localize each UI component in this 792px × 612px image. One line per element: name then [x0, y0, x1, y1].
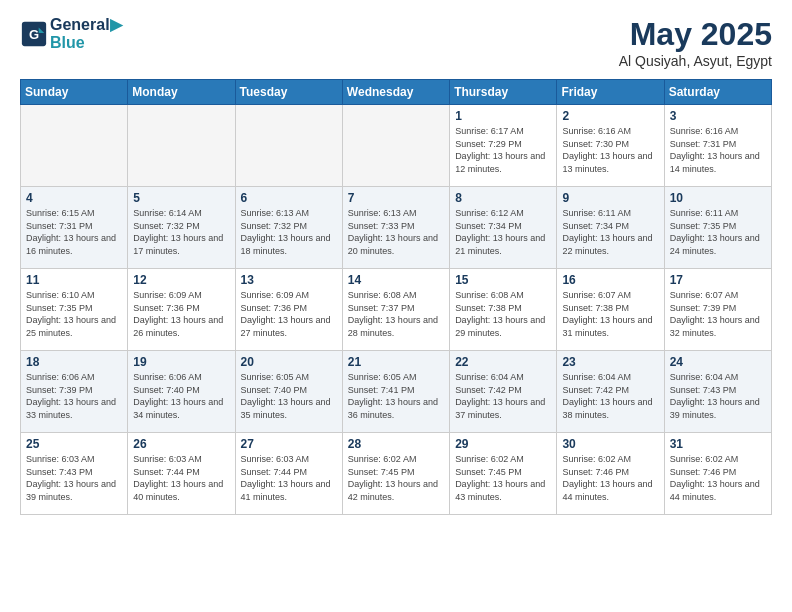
- day-info: Sunrise: 6:17 AMSunset: 7:29 PMDaylight:…: [455, 125, 551, 175]
- day-number: 29: [455, 437, 551, 451]
- day-info: Sunrise: 6:09 AMSunset: 7:36 PMDaylight:…: [133, 289, 229, 339]
- day-number: 22: [455, 355, 551, 369]
- day-number: 24: [670, 355, 766, 369]
- day-number: 1: [455, 109, 551, 123]
- day-info: Sunrise: 6:13 AMSunset: 7:33 PMDaylight:…: [348, 207, 444, 257]
- day-number: 8: [455, 191, 551, 205]
- day-info: Sunrise: 6:08 AMSunset: 7:37 PMDaylight:…: [348, 289, 444, 339]
- day-info: Sunrise: 6:02 AMSunset: 7:46 PMDaylight:…: [670, 453, 766, 503]
- day-number: 5: [133, 191, 229, 205]
- weekday-header: Friday: [557, 80, 664, 105]
- calendar-cell: 6Sunrise: 6:13 AMSunset: 7:32 PMDaylight…: [235, 187, 342, 269]
- day-number: 9: [562, 191, 658, 205]
- day-number: 6: [241, 191, 337, 205]
- calendar-cell: 7Sunrise: 6:13 AMSunset: 7:33 PMDaylight…: [342, 187, 449, 269]
- weekday-header: Thursday: [450, 80, 557, 105]
- calendar-cell: 30Sunrise: 6:02 AMSunset: 7:46 PMDayligh…: [557, 433, 664, 515]
- calendar-week-row: 25Sunrise: 6:03 AMSunset: 7:43 PMDayligh…: [21, 433, 772, 515]
- day-number: 20: [241, 355, 337, 369]
- calendar-cell: 8Sunrise: 6:12 AMSunset: 7:34 PMDaylight…: [450, 187, 557, 269]
- day-number: 4: [26, 191, 122, 205]
- day-info: Sunrise: 6:04 AMSunset: 7:42 PMDaylight:…: [562, 371, 658, 421]
- calendar-cell: [235, 105, 342, 187]
- calendar-cell: 20Sunrise: 6:05 AMSunset: 7:40 PMDayligh…: [235, 351, 342, 433]
- day-info: Sunrise: 6:13 AMSunset: 7:32 PMDaylight:…: [241, 207, 337, 257]
- calendar-cell: 28Sunrise: 6:02 AMSunset: 7:45 PMDayligh…: [342, 433, 449, 515]
- calendar-cell: 15Sunrise: 6:08 AMSunset: 7:38 PMDayligh…: [450, 269, 557, 351]
- month-year: May 2025: [619, 16, 772, 53]
- calendar-cell: 14Sunrise: 6:08 AMSunset: 7:37 PMDayligh…: [342, 269, 449, 351]
- weekday-header: Monday: [128, 80, 235, 105]
- day-info: Sunrise: 6:03 AMSunset: 7:43 PMDaylight:…: [26, 453, 122, 503]
- calendar-week-row: 18Sunrise: 6:06 AMSunset: 7:39 PMDayligh…: [21, 351, 772, 433]
- calendar-cell: 1Sunrise: 6:17 AMSunset: 7:29 PMDaylight…: [450, 105, 557, 187]
- day-number: 11: [26, 273, 122, 287]
- day-number: 13: [241, 273, 337, 287]
- calendar-cell: 21Sunrise: 6:05 AMSunset: 7:41 PMDayligh…: [342, 351, 449, 433]
- day-info: Sunrise: 6:05 AMSunset: 7:41 PMDaylight:…: [348, 371, 444, 421]
- day-info: Sunrise: 6:04 AMSunset: 7:43 PMDaylight:…: [670, 371, 766, 421]
- day-number: 3: [670, 109, 766, 123]
- day-info: Sunrise: 6:11 AMSunset: 7:35 PMDaylight:…: [670, 207, 766, 257]
- day-number: 17: [670, 273, 766, 287]
- calendar-cell: 16Sunrise: 6:07 AMSunset: 7:38 PMDayligh…: [557, 269, 664, 351]
- day-number: 26: [133, 437, 229, 451]
- calendar-cell: 9Sunrise: 6:11 AMSunset: 7:34 PMDaylight…: [557, 187, 664, 269]
- calendar-cell: [342, 105, 449, 187]
- weekday-header-row: SundayMondayTuesdayWednesdayThursdayFrid…: [21, 80, 772, 105]
- day-info: Sunrise: 6:08 AMSunset: 7:38 PMDaylight:…: [455, 289, 551, 339]
- day-info: Sunrise: 6:12 AMSunset: 7:34 PMDaylight:…: [455, 207, 551, 257]
- day-number: 18: [26, 355, 122, 369]
- day-number: 10: [670, 191, 766, 205]
- day-info: Sunrise: 6:02 AMSunset: 7:46 PMDaylight:…: [562, 453, 658, 503]
- day-info: Sunrise: 6:16 AMSunset: 7:30 PMDaylight:…: [562, 125, 658, 175]
- calendar-cell: 24Sunrise: 6:04 AMSunset: 7:43 PMDayligh…: [664, 351, 771, 433]
- day-number: 14: [348, 273, 444, 287]
- day-number: 16: [562, 273, 658, 287]
- calendar-cell: 11Sunrise: 6:10 AMSunset: 7:35 PMDayligh…: [21, 269, 128, 351]
- day-info: Sunrise: 6:16 AMSunset: 7:31 PMDaylight:…: [670, 125, 766, 175]
- calendar-week-row: 11Sunrise: 6:10 AMSunset: 7:35 PMDayligh…: [21, 269, 772, 351]
- calendar-week-row: 1Sunrise: 6:17 AMSunset: 7:29 PMDaylight…: [21, 105, 772, 187]
- calendar-cell: 25Sunrise: 6:03 AMSunset: 7:43 PMDayligh…: [21, 433, 128, 515]
- calendar-cell: 2Sunrise: 6:16 AMSunset: 7:30 PMDaylight…: [557, 105, 664, 187]
- day-info: Sunrise: 6:15 AMSunset: 7:31 PMDaylight:…: [26, 207, 122, 257]
- day-number: 19: [133, 355, 229, 369]
- page: G General▶ Blue May 2025 Al Qusiyah, Asy…: [0, 0, 792, 612]
- day-number: 2: [562, 109, 658, 123]
- logo: G General▶ Blue: [20, 16, 122, 51]
- weekday-header: Tuesday: [235, 80, 342, 105]
- calendar-cell: 17Sunrise: 6:07 AMSunset: 7:39 PMDayligh…: [664, 269, 771, 351]
- calendar-cell: 26Sunrise: 6:03 AMSunset: 7:44 PMDayligh…: [128, 433, 235, 515]
- day-info: Sunrise: 6:05 AMSunset: 7:40 PMDaylight:…: [241, 371, 337, 421]
- day-number: 27: [241, 437, 337, 451]
- day-number: 30: [562, 437, 658, 451]
- title-area: May 2025 Al Qusiyah, Asyut, Egypt: [619, 16, 772, 69]
- calendar-cell: 23Sunrise: 6:04 AMSunset: 7:42 PMDayligh…: [557, 351, 664, 433]
- weekday-header: Saturday: [664, 80, 771, 105]
- day-info: Sunrise: 6:03 AMSunset: 7:44 PMDaylight:…: [241, 453, 337, 503]
- calendar-cell: 13Sunrise: 6:09 AMSunset: 7:36 PMDayligh…: [235, 269, 342, 351]
- day-info: Sunrise: 6:02 AMSunset: 7:45 PMDaylight:…: [348, 453, 444, 503]
- day-number: 23: [562, 355, 658, 369]
- day-info: Sunrise: 6:11 AMSunset: 7:34 PMDaylight:…: [562, 207, 658, 257]
- day-number: 31: [670, 437, 766, 451]
- calendar-cell: 22Sunrise: 6:04 AMSunset: 7:42 PMDayligh…: [450, 351, 557, 433]
- day-info: Sunrise: 6:02 AMSunset: 7:45 PMDaylight:…: [455, 453, 551, 503]
- location: Al Qusiyah, Asyut, Egypt: [619, 53, 772, 69]
- svg-text:G: G: [29, 26, 39, 41]
- day-number: 28: [348, 437, 444, 451]
- calendar-cell: 10Sunrise: 6:11 AMSunset: 7:35 PMDayligh…: [664, 187, 771, 269]
- day-number: 15: [455, 273, 551, 287]
- calendar-cell: 5Sunrise: 6:14 AMSunset: 7:32 PMDaylight…: [128, 187, 235, 269]
- calendar-cell: 31Sunrise: 6:02 AMSunset: 7:46 PMDayligh…: [664, 433, 771, 515]
- calendar-cell: 3Sunrise: 6:16 AMSunset: 7:31 PMDaylight…: [664, 105, 771, 187]
- header: G General▶ Blue May 2025 Al Qusiyah, Asy…: [20, 16, 772, 69]
- day-info: Sunrise: 6:14 AMSunset: 7:32 PMDaylight:…: [133, 207, 229, 257]
- calendar-cell: 19Sunrise: 6:06 AMSunset: 7:40 PMDayligh…: [128, 351, 235, 433]
- calendar-cell: 4Sunrise: 6:15 AMSunset: 7:31 PMDaylight…: [21, 187, 128, 269]
- weekday-header: Sunday: [21, 80, 128, 105]
- calendar: SundayMondayTuesdayWednesdayThursdayFrid…: [20, 79, 772, 515]
- logo-icon: G: [20, 20, 48, 48]
- calendar-cell: [128, 105, 235, 187]
